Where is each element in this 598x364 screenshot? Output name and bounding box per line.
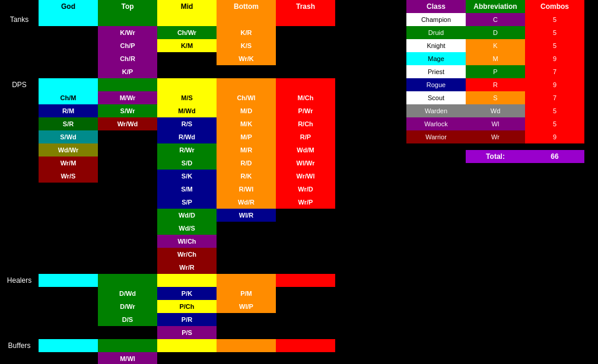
class-combos-mage: 9 [525, 52, 584, 65]
cell-r-s: R/S [157, 117, 217, 130]
cell-r-p: R/P [276, 130, 335, 143]
cell-wl-ch: Wl/Ch [157, 235, 217, 248]
class-name-champion: Champion [406, 13, 466, 26]
class-row-rogue: Rogue R 9 [406, 78, 593, 91]
class-abbr-priest: P [466, 65, 525, 78]
cell-p-s: P/S [157, 326, 217, 339]
class-abbr-scout: S [466, 91, 525, 104]
class-abbr-warden: Wd [466, 104, 525, 117]
class-abbr-warrior: Wr [466, 130, 525, 143]
cell-r-wr: R/Wr [157, 143, 217, 157]
combos-header: Combos [525, 0, 584, 13]
header-mid: Mid [157, 0, 217, 13]
cell-d-wr: D/Wr [98, 300, 157, 313]
cell-wl-r: Wl/R [217, 209, 276, 222]
header-trash: Trash [276, 0, 335, 13]
class-abbr-warlock: Wl [466, 117, 525, 130]
class-name-scout: Scout [406, 91, 466, 104]
class-name-warrior: Warrior [406, 130, 466, 143]
cell-wr-p: Wr/P [276, 196, 335, 209]
cell-m-wd: M/Wd [157, 104, 217, 117]
class-row-warlock: Warlock Wl 5 [406, 117, 593, 130]
cell-k-wr: K/Wr [98, 26, 157, 39]
header-top: Top [98, 0, 157, 13]
class-combos-rogue: 9 [525, 78, 584, 91]
total-value: 66 [525, 150, 584, 163]
cell-wd-m: Wd/M [276, 143, 335, 157]
class-combos-priest: 7 [525, 65, 584, 78]
class-row-champion: Champion C 5 [406, 13, 593, 26]
cell-s-p: S/P [157, 196, 217, 209]
class-name-knight: Knight [406, 39, 466, 52]
cell-wd-s: Wd/S [157, 222, 217, 235]
cell-wr-ch: Wr/Ch [157, 248, 217, 261]
tanks-label: Tanks [0, 13, 39, 26]
cell-s-m: S/M [157, 183, 217, 196]
abbr-header: Abbreviation [466, 0, 525, 13]
cell-r-wl: R/Wl [217, 183, 276, 196]
cell-m-r: M/R [217, 143, 276, 157]
cell-m-ch: M/Ch [276, 91, 335, 104]
cell-k-s: K/S [217, 39, 276, 52]
cell-wd-wr: Wd/Wr [39, 143, 98, 157]
cell-r-m: R/M [39, 104, 98, 117]
cell-wr-k: Wr/K [217, 52, 276, 65]
class-combos-warrior: 9 [525, 130, 584, 143]
class-header: Class [406, 0, 466, 13]
header-god: God [39, 0, 98, 13]
cell-r-k: R/K [217, 170, 276, 183]
cell-s-k: S/K [157, 170, 217, 183]
cell-m-wl: M/Wl [98, 352, 157, 364]
class-combos-warden: 5 [525, 104, 584, 117]
class-row-scout: Scout S 7 [406, 91, 593, 104]
class-row-warrior: Warrior Wr 9 [406, 130, 593, 143]
cell-m-s: M/S [157, 91, 217, 104]
class-name-druid: Druid [406, 26, 466, 39]
cell-ch-r: Ch/R [98, 52, 157, 65]
cell-s-d: S/D [157, 157, 217, 170]
class-row-knight: Knight K 5 [406, 39, 593, 52]
cell-p-wr: P/Wr [276, 104, 335, 117]
cell-wr-wl: Wr/Wl [276, 170, 335, 183]
cell-ch-p: Ch/P [98, 39, 157, 52]
class-abbr-mage: M [466, 52, 525, 65]
cell-k-p: K/P [98, 65, 157, 78]
cell-m-d: M/D [217, 104, 276, 117]
cell-wr-r: Wr/R [157, 261, 217, 274]
cell-m-p: M/P [217, 130, 276, 143]
cell-m-wr: M/Wr [98, 91, 157, 104]
cell-d-wd: D/Wd [98, 287, 157, 300]
class-combos-warlock: 5 [525, 117, 584, 130]
cell-s-wr: S/Wr [98, 104, 157, 117]
class-row-warden: Warden Wd 5 [406, 104, 593, 117]
cell-s-r: S/R [39, 117, 98, 130]
cell-wr-m: Wr/M [39, 157, 98, 170]
cell-ch-wr: Ch/Wr [157, 26, 217, 39]
class-abbr-champion: C [466, 13, 525, 26]
cell-s-wd: S/Wd [39, 130, 98, 143]
cell-m-k: M/K [217, 117, 276, 130]
class-row-druid: Druid D 5 [406, 26, 593, 39]
cell-wl-wr: Wl/Wr [276, 157, 335, 170]
cell-r-d: R/D [217, 157, 276, 170]
class-name-rogue: Rogue [406, 78, 466, 91]
buffers-label: Buffers [0, 339, 39, 352]
class-name-priest: Priest [406, 65, 466, 78]
class-name-warden: Warden [406, 104, 466, 117]
cell-wr-wd: Wr/Wd [98, 117, 157, 130]
cell-ch-wl: Ch/Wl [217, 91, 276, 104]
cell-ch-m: Ch/M [39, 91, 98, 104]
cell-p-k: P/K [157, 287, 217, 300]
class-abbr-knight: K [466, 39, 525, 52]
header-bottom: Bottom [217, 0, 276, 13]
cell-wd-r: Wd/R [217, 196, 276, 209]
cell-p-ch: P/Ch [157, 300, 217, 313]
healers-label: Healers [0, 274, 39, 287]
cell-r-ch: R/Ch [276, 117, 335, 130]
cell-r-wd: R/Wd [157, 130, 217, 143]
class-name-mage: Mage [406, 52, 466, 65]
class-abbr-rogue: R [466, 78, 525, 91]
class-combos-druid: 5 [525, 26, 584, 39]
cell-k-r: K/R [217, 26, 276, 39]
cell-p-r: P/R [157, 313, 217, 326]
